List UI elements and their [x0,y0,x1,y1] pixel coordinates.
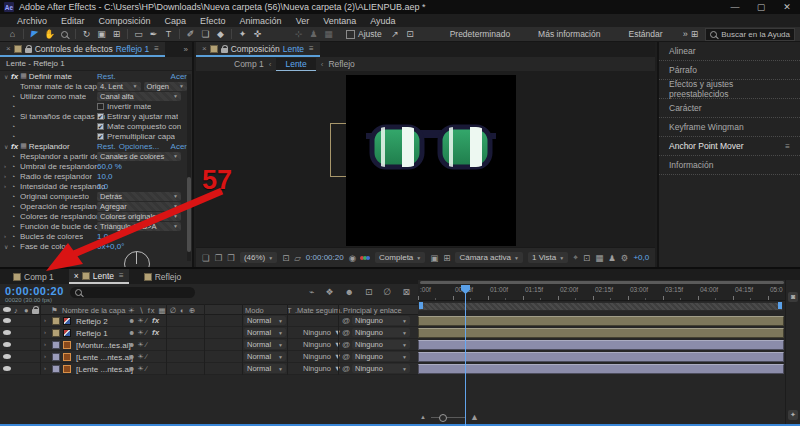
expand-icon[interactable]: › [4,173,11,179]
menu-composición[interactable]: Composición [92,16,158,26]
panel-menu-icon[interactable]: ≡ [785,142,790,151]
current-time-field[interactable]: 0:00:00:20 [5,285,64,297]
home-tool[interactable]: ⌂ [5,27,20,41]
stamp-tool[interactable]: ❏ [198,27,213,41]
layer-switches[interactable]: ☻☀∕ [128,341,149,349]
stopwatch-icon[interactable]: ◔ [11,123,20,130]
param-value[interactable]: 1,0 [97,182,108,191]
active-camera-dropdown[interactable]: Cámara activa▼ [455,252,523,263]
zoom-out-mountain-icon[interactable]: ▲ [420,414,426,420]
effect-link-rest[interactable]: Rest. [97,72,116,81]
blend-mode-dropdown[interactable]: Normal▼ [244,364,286,373]
layer-duration-bar[interactable] [418,352,784,362]
close-button[interactable]: ✕ [774,0,800,14]
menu-ayuda[interactable]: Ayuda [363,16,402,26]
sidebar-panel-p-rrafo[interactable]: Párrafo [659,61,800,80]
zoom-tool[interactable] [57,27,72,41]
parent-dropdown[interactable]: Ninguno▼ [352,316,410,325]
sidebar-panel-car-cter[interactable]: Carácter [659,99,800,118]
draft-3d-icon[interactable]: ❖ [326,287,334,297]
motion-blur-icon[interactable]: ∅ [384,287,392,297]
timeline-tab-reflejo[interactable]: Reflejo [139,269,186,284]
grid-toggle-icon[interactable]: ⊡ [403,27,418,41]
stopwatch-icon[interactable]: ◔ [11,113,20,120]
tab-effect-controls[interactable]: × Controles de efectos Reflejo 1 ≡ [0,42,165,57]
menu-animación[interactable]: Animación [233,16,289,26]
stopwatch-icon[interactable]: ◔ [11,173,20,180]
pick-whip-icon[interactable]: @ [342,316,350,325]
blend-mode-dropdown[interactable]: Normal▼ [244,316,286,325]
eye-visibility-icon[interactable] [3,330,11,335]
layer-duration-bar[interactable] [418,316,784,326]
layer-name[interactable]: Reflejo 2 [76,317,108,326]
zoom-slider[interactable] [431,417,465,418]
mask-visibility-icon[interactable]: ▱ [294,253,301,263]
transparency-grid-icon[interactable]: ⊞ [443,253,450,263]
eye-visibility-icon[interactable] [3,318,11,323]
effect-link-opciones[interactable]: Opciones... [119,142,159,151]
panel-menu-icon[interactable]: ≡ [309,44,314,53]
param-checkbox[interactable] [97,103,104,110]
param-value[interactable]: 0x+0,0° [97,242,124,251]
pick-whip-icon[interactable]: @ [342,328,350,337]
eye-visibility-icon[interactable] [3,342,11,347]
menu-ver[interactable]: Ver [289,16,317,26]
layer-expand-icon[interactable]: › [44,365,46,371]
layer-duration-bar[interactable] [418,328,784,338]
param-dropdown[interactable]: Canal alfa▼ [97,92,181,101]
layer-switches[interactable]: ☻☀∕ [128,353,149,361]
effect-link-acer[interactable]: Acer [171,142,187,151]
stopwatch-icon[interactable]: ◔ [11,153,20,160]
blend-mode-dropdown[interactable]: Normal▼ [244,328,286,337]
close-tab-icon[interactable]: × [6,44,11,53]
composition-canvas[interactable] [346,75,516,246]
ruler-icon[interactable]: ⊡ [282,253,289,263]
snapshot-icon[interactable]: ◉ [349,253,356,263]
layer-row[interactable]: ›[Lente ...ntes.ai]☻☀∕Normal▼Ninguno▼@Ni… [0,351,418,363]
breadcrumb-lente[interactable]: Lente [276,58,315,71]
layer-color-swatch[interactable] [52,341,60,349]
sidebar-panel-informaci-n[interactable]: Información [659,156,800,175]
workspace-switcher-icon[interactable]: ⊞ [690,27,699,41]
param-dropdown[interactable]: Colores originales▼ [97,212,181,221]
composition-viewer[interactable] [196,71,655,248]
exposure-value[interactable]: +0,0 [633,253,649,262]
pixel-aspect-icon[interactable]: ⌖ [573,252,578,263]
layer-expand-icon[interactable]: › [44,329,46,335]
param-dropdown[interactable]: Agregar▼ [97,202,181,211]
expand-icon[interactable]: ∨ [4,243,11,250]
stopwatch-icon[interactable]: ◔ [11,233,20,240]
tab-composition[interactable]: × Composición Lente ≡ [196,42,320,57]
zoom-in-mountain-icon[interactable]: ▲ [470,412,479,422]
timeline-icon[interactable]: ▦ [595,253,603,263]
work-area-bar[interactable] [418,302,783,311]
frame-blend-icon[interactable]: ⊡ [365,287,373,297]
layer-name[interactable]: [Lente ...ntes.ai] [76,353,133,362]
menu-editar[interactable]: Editar [54,16,92,26]
layer-color-swatch[interactable] [52,353,60,361]
menu-efecto[interactable]: Efecto [193,16,233,26]
layer-name[interactable]: [Lente ...ntes.ai] [76,365,133,374]
param-dropdown[interactable]: Triángulo A>B>A▼ [97,222,181,231]
maximize-button[interactable]: ▢ [748,0,774,14]
camera-tool[interactable]: ▣ [94,27,109,41]
collapse-icon[interactable]: ∨ [4,73,11,80]
panel-menu-icon[interactable]: ≡ [119,271,124,280]
channel-icon[interactable] [361,256,370,260]
brush-tool[interactable]: ✐ [183,27,198,41]
track-matte-dropdown[interactable]: Ninguno▼ [303,364,341,373]
resolution-dropdown[interactable]: Completa▼ [375,252,425,263]
layer-duration-bar[interactable] [418,364,784,374]
color-phase-dial[interactable] [124,251,150,267]
layer-name-column[interactable]: Nombre de la capa [62,306,125,315]
mode-column[interactable]: Modo [245,306,264,315]
pick-whip-icon[interactable]: @ [342,340,350,349]
param-dropdown[interactable]: Canales de colores▼ [97,152,181,161]
mini-flowchart-icon[interactable]: ⌁ [309,287,314,297]
auto-zoom-icon[interactable]: ✦ [788,410,798,420]
layer-duration-bar[interactable] [418,340,784,350]
eraser-tool[interactable]: ◆ [213,27,228,41]
blend-mode-dropdown[interactable]: Normal▼ [244,352,286,361]
eye-visibility-icon[interactable] [3,366,11,371]
breadcrumb-comp1[interactable]: Comp 1 [234,59,264,69]
